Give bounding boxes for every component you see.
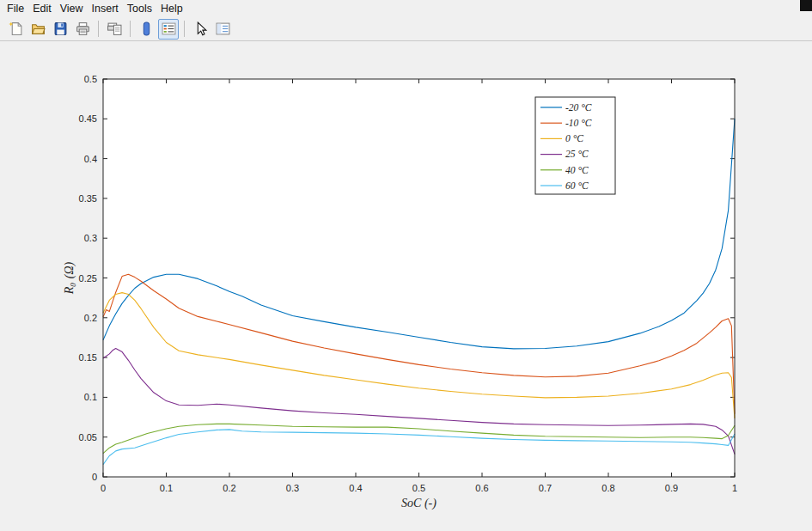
legend-entry: -20 °C bbox=[565, 102, 592, 113]
y-tick-label: 0.5 bbox=[84, 74, 97, 84]
x-tick-label: 0 bbox=[101, 483, 106, 493]
menu-item-edit[interactable]: Edit bbox=[28, 1, 56, 16]
legend-entry: -10 °C bbox=[565, 118, 592, 128]
figure-area: 00.10.20.30.40.50.60.70.80.9100.050.10.1… bbox=[0, 41, 812, 531]
x-tick-label: 0.1 bbox=[160, 483, 173, 493]
x-tick-label: 0.9 bbox=[665, 483, 678, 493]
x-tick-label: 0.4 bbox=[349, 483, 362, 493]
new-figure-button[interactable] bbox=[5, 19, 26, 40]
open-file-icon bbox=[31, 21, 46, 36]
x-tick-label: 0.3 bbox=[286, 483, 299, 493]
x-axis-label: SoC (-) bbox=[401, 497, 437, 510]
plot-area: 00.10.20.30.40.50.60.70.80.9100.050.10.1… bbox=[0, 41, 812, 531]
screen-corner-patch bbox=[800, 0, 812, 11]
property-editor-button[interactable] bbox=[212, 19, 233, 40]
menu-item-help[interactable]: Help bbox=[156, 1, 187, 16]
toolbar-separator bbox=[184, 21, 185, 37]
menu-item-tools[interactable]: Tools bbox=[123, 1, 156, 16]
menu-item-insert[interactable]: Insert bbox=[88, 1, 123, 16]
y-axis-label: R0(Ω) bbox=[63, 261, 77, 295]
insert-colorbar-icon bbox=[139, 21, 154, 36]
menu-item-view[interactable]: View bbox=[56, 1, 88, 16]
y-tick-label: 0.4 bbox=[84, 154, 97, 164]
property-editor-icon bbox=[216, 21, 230, 36]
y-tick-label: 0.35 bbox=[79, 193, 97, 204]
x-tick-label: 0.7 bbox=[539, 483, 552, 493]
insert-colorbar-button[interactable] bbox=[136, 19, 156, 40]
y-tick-label: 0.2 bbox=[84, 313, 97, 323]
insert-legend-button[interactable] bbox=[158, 19, 179, 40]
y-tick-label: 0.05 bbox=[79, 432, 97, 442]
y-tick-label: 0.3 bbox=[84, 233, 97, 243]
y-tick-label: 0.1 bbox=[84, 392, 97, 402]
legend-entry: 60 °C bbox=[565, 180, 589, 191]
x-tick-label: 1 bbox=[732, 483, 737, 493]
save-icon bbox=[53, 21, 68, 36]
print-icon bbox=[76, 21, 90, 36]
legend-entry: 40 °C bbox=[565, 165, 589, 175]
y-tick-label: 0.45 bbox=[79, 113, 97, 124]
toolbar-separator bbox=[98, 21, 99, 37]
open-file-button[interactable] bbox=[27, 19, 48, 40]
new-figure-icon bbox=[9, 21, 23, 36]
edit-plot-arrow-icon bbox=[193, 21, 208, 36]
insert-legend-icon bbox=[162, 21, 176, 36]
plot-background bbox=[103, 79, 735, 477]
legend-entry: 25 °C bbox=[565, 149, 589, 159]
print-button[interactable] bbox=[72, 19, 93, 40]
toolbar-separator bbox=[130, 21, 131, 37]
x-tick-label: 0.8 bbox=[601, 483, 614, 493]
edit-plot-button[interactable] bbox=[190, 19, 211, 40]
x-tick-label: 0.2 bbox=[223, 483, 235, 493]
menu-item-file[interactable]: File bbox=[3, 1, 28, 16]
menubar: File Edit View Insert Tools Help bbox=[0, 0, 812, 17]
save-figure-button[interactable] bbox=[50, 19, 70, 40]
print-preview-icon bbox=[107, 21, 122, 36]
y-tick-label: 0.25 bbox=[79, 273, 97, 284]
print-preview-button[interactable] bbox=[104, 19, 125, 40]
x-tick-label: 0.6 bbox=[475, 483, 488, 493]
y-tick-label: 0 bbox=[92, 472, 97, 482]
legend-entry: 0 °C bbox=[565, 133, 583, 143]
figure-toolbar bbox=[0, 17, 812, 41]
y-tick-label: 0.15 bbox=[79, 352, 97, 363]
x-tick-label: 0.5 bbox=[412, 483, 425, 493]
